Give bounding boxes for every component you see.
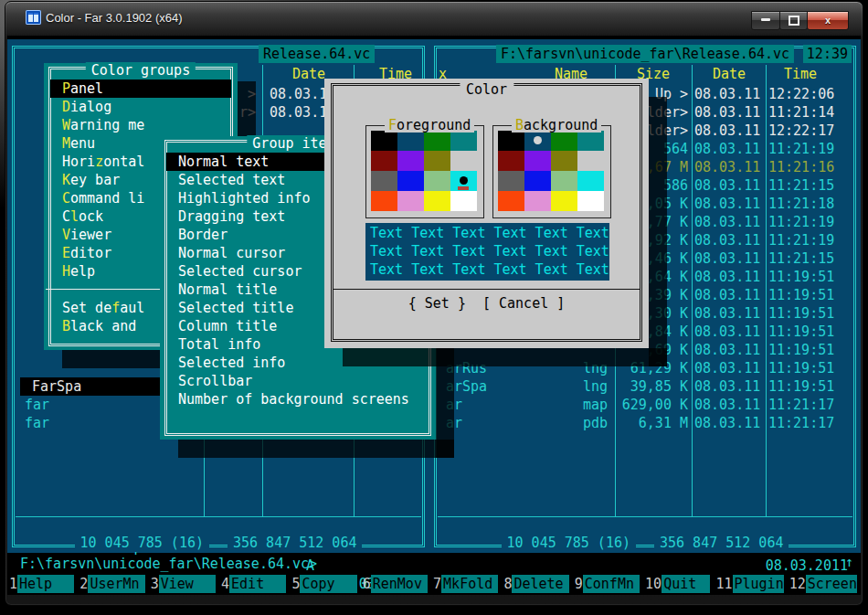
foreground-swatch-0[interactable]: [371, 131, 397, 151]
background-swatch-2[interactable]: [551, 131, 577, 151]
fkey-6[interactable]: 6RenMov: [363, 575, 428, 593]
file-row[interactable]: arpdb6,31 M08.03.1111:21:17: [429, 414, 861, 432]
background-swatch-5[interactable]: [524, 151, 551, 171]
foreground-swatch-5[interactable]: [397, 151, 424, 171]
app-window: Color - Far 3.0.1902 (x64) x Release.64.…: [5, 1, 863, 606]
file-row[interactable]: arSpalng39,85 K08.03.1111:19:51: [429, 377, 861, 396]
foreground-swatch-10[interactable]: [424, 171, 450, 191]
panel-cursor[interactable]: FarSpa: [20, 377, 160, 396]
fkey-3[interactable]: 3View: [151, 575, 216, 593]
fkey-label-plugin[interactable]: Plugin: [733, 575, 784, 593]
foreground-swatch-3[interactable]: [450, 131, 477, 151]
foreground-swatch-12[interactable]: [371, 191, 397, 211]
background-swatch-8[interactable]: [498, 171, 524, 191]
fkey-label-delete[interactable]: Delete: [512, 575, 568, 593]
dialog-buttons: { Set }[ Cancel ]: [324, 294, 649, 313]
file-row[interactable]: armap629,00 K08.03.1111:21:17: [429, 396, 861, 414]
fkey-label-view[interactable]: View: [159, 575, 216, 593]
minimize-button[interactable]: [751, 11, 780, 30]
background-swatch-6[interactable]: [551, 151, 577, 171]
cell-text: 08.03.11: [694, 231, 760, 249]
color-group-item[interactable]: Panel: [50, 80, 231, 98]
cell-text: 11:19:51: [768, 286, 834, 304]
foreground-swatch-9[interactable]: [397, 171, 424, 191]
color-group-item[interactable]: Warning me: [50, 116, 231, 134]
group-item-item[interactable]: Number of background screens: [166, 390, 429, 408]
fkey-9[interactable]: 9ConfMn: [575, 575, 640, 593]
background-swatch-13[interactable]: [524, 191, 551, 211]
background-swatch-9[interactable]: [524, 171, 551, 191]
fkey-label-edit[interactable]: Edit: [229, 575, 286, 593]
fkey-number: 2: [79, 575, 88, 593]
background-swatch-3[interactable]: [577, 131, 604, 151]
fkey-number: 9: [575, 575, 583, 593]
cell-text: ialog: [70, 99, 111, 115]
desktop: Color - Far 3.0.1902 (x64) x Release.64.…: [0, 0, 868, 615]
fkey-label-copy[interactable]: Copy: [300, 575, 356, 593]
close-button[interactable]: x: [807, 11, 849, 30]
foreground-cursor-tick: [458, 186, 469, 190]
background-swatch-12[interactable]: [498, 191, 524, 211]
fkey-7[interactable]: 7MkFold: [433, 575, 498, 593]
foreground-swatch-6[interactable]: [424, 151, 450, 171]
cell-text: 11:21:14: [768, 103, 834, 122]
color-dialog: Color Foreground Background Text Text Te…: [324, 79, 649, 348]
cell-text: Selected cursor: [178, 263, 302, 280]
set-button[interactable]: { Set }: [408, 295, 466, 312]
fkey-label-mkfold[interactable]: MkFold: [441, 575, 498, 593]
fkey-1[interactable]: 1Help: [9, 575, 74, 593]
group-item-item[interactable]: Scrollbar: [166, 372, 429, 390]
fkey-4[interactable]: 4Edit: [221, 575, 286, 593]
left-panel-title[interactable]: Release.64.vc: [259, 45, 375, 63]
foreground-swatch-7[interactable]: [450, 151, 477, 171]
foreground-swatch-15[interactable]: [450, 191, 477, 211]
cell-text: P: [62, 80, 70, 97]
title-bar[interactable]: Color - Far 3.0.1902 (x64) x: [5, 2, 863, 35]
color-sample-preview: Text Text Text Text Text TextText Text T…: [365, 223, 609, 281]
fkey-11[interactable]: 11Plugin: [715, 575, 783, 593]
background-swatch-4[interactable]: [498, 151, 524, 171]
command-line[interactable]: F:\farsvn\unicode_far\Release.64.vc>: [20, 555, 317, 573]
background-swatch-10[interactable]: [551, 171, 577, 191]
foreground-swatch-14[interactable]: [424, 191, 450, 211]
cell-text: ditor: [70, 245, 111, 261]
fkey-label-help[interactable]: Help: [17, 575, 74, 593]
background-swatch-14[interactable]: [551, 191, 577, 211]
background-swatch-11[interactable]: [577, 171, 604, 191]
background-swatch-15[interactable]: [577, 191, 604, 211]
fkey-5[interactable]: 5Copy: [291, 575, 356, 593]
fkey-2[interactable]: 2UserMn: [79, 575, 144, 593]
cell-text: 08.03.11: [694, 122, 760, 140]
cell-text: 08.03.11: [694, 268, 760, 286]
foreground-swatch-13[interactable]: [397, 191, 424, 211]
fkey-8[interactable]: 8Delete: [503, 575, 568, 593]
maximize-button[interactable]: [779, 11, 808, 30]
right-panel-title[interactable]: F:\farsvn\unicode_far\Release.64.vc: [496, 45, 794, 63]
foreground-swatch-4[interactable]: [371, 151, 397, 171]
cell-text: arning me: [70, 117, 144, 133]
foreground-swatch-2[interactable]: [424, 131, 450, 151]
fkey-12[interactable]: 12Screen: [789, 575, 857, 593]
cell-text: 08.03.11: [694, 140, 760, 158]
cell-text: far: [25, 396, 49, 414]
fkey-10[interactable]: 10Quit: [645, 575, 710, 593]
fkey-label-renmov[interactable]: RenMov: [371, 575, 428, 593]
fkey-number: 3: [151, 575, 159, 593]
fkey-label-quit[interactable]: Quit: [662, 575, 710, 593]
cell-text: z: [95, 154, 103, 170]
cell-text: pdb: [566, 414, 608, 432]
fkey-label-screen[interactable]: Screen: [806, 575, 857, 593]
dialog-shadow: [649, 97, 667, 366]
color-group-item[interactable]: Dialog: [50, 98, 231, 116]
background-swatch-0[interactable]: [498, 131, 524, 151]
foreground-swatch-1[interactable]: [397, 131, 424, 151]
fkey-label-confmn[interactable]: ConfMn: [583, 575, 640, 593]
fkey-number: 5: [291, 575, 300, 593]
foreground-swatch-8[interactable]: [371, 171, 397, 191]
left-free-bytes: 356 847 512 064: [228, 534, 362, 552]
cell-text: l: [70, 208, 79, 225]
background-swatch-7[interactable]: [577, 151, 604, 171]
cancel-button[interactable]: [ Cancel ]: [482, 295, 565, 312]
left-total-bytes: 10 045 785 (16): [75, 534, 209, 552]
fkey-label-usermn[interactable]: UserMn: [88, 575, 144, 593]
